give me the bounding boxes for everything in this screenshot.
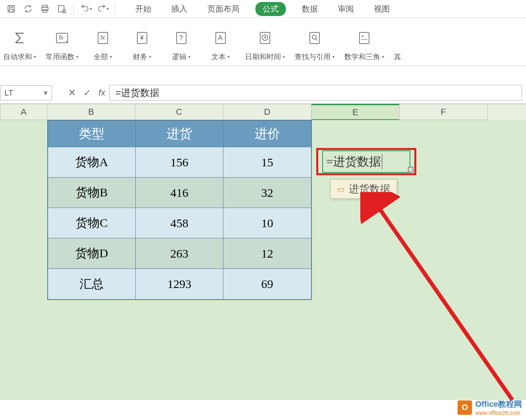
tab-insert[interactable]: 插入 <box>167 2 191 16</box>
ribbon-label: 数学和三角 <box>344 52 380 62</box>
fx-book-icon: fx <box>96 28 110 48</box>
table-header[interactable]: 进货 <box>136 121 223 147</box>
fx-star-icon: fx <box>55 28 69 48</box>
ribbon-all[interactable]: fx 全部▾ <box>85 22 121 62</box>
tag-icon: ▭ <box>337 184 345 194</box>
table-cell[interactable]: 458 <box>136 208 223 238</box>
col-header-D[interactable]: D <box>223 104 311 120</box>
col-header-F[interactable]: F <box>400 104 488 120</box>
col-header-C[interactable]: C <box>135 104 223 120</box>
table-cell[interactable]: 263 <box>136 238 223 269</box>
table-cell[interactable]: 货物B <box>48 178 136 208</box>
table-header[interactable]: 类型 <box>48 121 136 147</box>
formula-text: =进货数据 <box>115 86 159 99</box>
svg-text:fx: fx <box>59 34 64 41</box>
svg-rect-5 <box>43 10 47 12</box>
svg-text:+: + <box>361 34 364 39</box>
fx-icon[interactable]: fx <box>98 88 105 98</box>
logo-icon: O <box>458 400 472 415</box>
watermark-title: Office教程网 <box>475 400 522 408</box>
ribbon-other[interactable]: 其 <box>391 22 404 62</box>
divider <box>115 3 115 14</box>
redo-icon[interactable]: ▾ <box>95 1 111 17</box>
svg-rect-1 <box>10 6 13 8</box>
tab-review[interactable]: 审阅 <box>334 2 358 16</box>
ribbon-label: 自动求和 <box>3 52 32 62</box>
a-book-icon: A <box>213 28 228 48</box>
svg-point-21 <box>312 35 316 39</box>
preview-icon[interactable] <box>54 1 70 17</box>
ribbon-logic[interactable]: ? 逻辑▾ <box>163 22 199 62</box>
watermark-url: www.office26.com <box>475 410 522 416</box>
ribbon-label: 全部 <box>94 52 108 62</box>
watermark: O Office教程网 www.office26.com <box>458 399 522 416</box>
sync-icon[interactable] <box>20 1 36 17</box>
print-icon[interactable] <box>37 1 53 17</box>
table-cell[interactable]: 汇总 <box>48 269 136 299</box>
ribbon-label: 逻辑 <box>172 52 187 62</box>
table-cell[interactable]: 416 <box>136 178 223 208</box>
ribbon-math[interactable]: + 数学和三角▾ <box>341 22 387 62</box>
table-cell[interactable]: 1293 <box>136 269 223 299</box>
quick-access-toolbar: ▾ ▾ 开始 插入 页面布局 公式 数据 审阅 视图 <box>0 0 526 18</box>
mag-book-icon <box>307 28 322 48</box>
undo-icon[interactable]: ▾ <box>78 1 94 17</box>
cell-formula-text: =进货数据 <box>326 154 381 170</box>
q-book-icon: ? <box>174 28 189 48</box>
save-icon[interactable] <box>3 1 19 17</box>
accept-icon[interactable]: ✓ <box>83 87 91 98</box>
formula-bar-buttons: ✕ ✓ fx <box>68 87 105 98</box>
table-cell[interactable]: 69 <box>223 269 311 299</box>
svg-rect-2 <box>9 9 13 12</box>
ribbon-finance[interactable]: ¥ 财务▾ <box>124 22 160 62</box>
ribbon-common[interactable]: fx 常用函数▾ <box>42 22 82 62</box>
svg-rect-6 <box>58 6 64 12</box>
divider <box>74 3 74 14</box>
table-cell[interactable]: 货物C <box>48 208 136 238</box>
table-cell[interactable]: 32 <box>223 178 311 208</box>
yen-book-icon: ¥ <box>135 28 149 48</box>
chevron-down-icon[interactable]: ▾ <box>44 88 48 98</box>
name-box[interactable]: LT ▾ <box>0 85 52 100</box>
table-cell[interactable]: 10 <box>223 208 311 238</box>
ribbon-label: 常用函数 <box>46 52 74 62</box>
fill-handle-icon[interactable] <box>408 167 414 172</box>
col-header-E[interactable]: E <box>311 104 400 120</box>
sheet-body[interactable]: 类型 进货 进价 货物A 156 15 货物B 416 32 货物C 458 1… <box>0 120 526 400</box>
ribbon-autosum[interactable]: 自动求和▾ <box>0 22 39 62</box>
tab-view[interactable]: 视图 <box>370 2 394 16</box>
ribbon-label: 文本 <box>211 52 226 62</box>
ribbon-label: 其 <box>394 52 401 62</box>
table-cell[interactable]: 12 <box>223 238 311 269</box>
name-box-value: LT <box>4 88 13 98</box>
svg-text:?: ? <box>179 34 183 41</box>
data-table: 类型 进货 进价 货物A 156 15 货物B 416 32 货物C 458 1… <box>47 120 312 300</box>
col-header-A[interactable]: A <box>0 104 47 120</box>
active-cell-E2[interactable]: =进货数据 <box>316 148 416 175</box>
column-headers: A B C D E F <box>0 104 526 120</box>
ribbon-text[interactable]: A 文本▾ <box>203 22 239 62</box>
tab-data[interactable]: 数据 <box>298 2 322 16</box>
ribbon-datetime[interactable]: 日期和时间▾ <box>242 22 288 62</box>
plus-book-icon: + <box>357 28 371 48</box>
cancel-icon[interactable]: ✕ <box>68 87 76 98</box>
ribbon-lookup[interactable]: 查找与引用▾ <box>291 22 338 62</box>
tab-start[interactable]: 开始 <box>131 2 155 16</box>
table-cell[interactable]: 货物A <box>48 147 136 178</box>
formula-bar: LT ▾ ✕ ✓ fx =进货数据 <box>0 82 526 104</box>
ribbon-label: 查找与引用 <box>295 52 331 62</box>
menu-tabs: 开始 插入 页面布局 公式 数据 审阅 视图 <box>131 2 394 16</box>
annotation-arrow <box>360 192 526 412</box>
table-cell[interactable]: 15 <box>223 147 311 178</box>
svg-rect-18 <box>260 32 270 44</box>
table-header[interactable]: 进价 <box>223 121 311 147</box>
tab-formula[interactable]: 公式 <box>255 2 286 16</box>
ribbon: 自动求和▾ fx 常用函数▾ fx 全部▾ ¥ 财务▾ ? 逻辑▾ A 文本▾ … <box>0 18 526 66</box>
tab-layout[interactable]: 页面布局 <box>203 2 243 16</box>
col-header-B[interactable]: B <box>47 104 135 120</box>
svg-rect-20 <box>310 32 319 44</box>
table-cell[interactable]: 货物D <box>48 238 136 269</box>
clock-book-icon <box>258 28 272 48</box>
table-cell[interactable]: 156 <box>136 147 223 178</box>
formula-input[interactable]: =进货数据 <box>109 85 522 101</box>
